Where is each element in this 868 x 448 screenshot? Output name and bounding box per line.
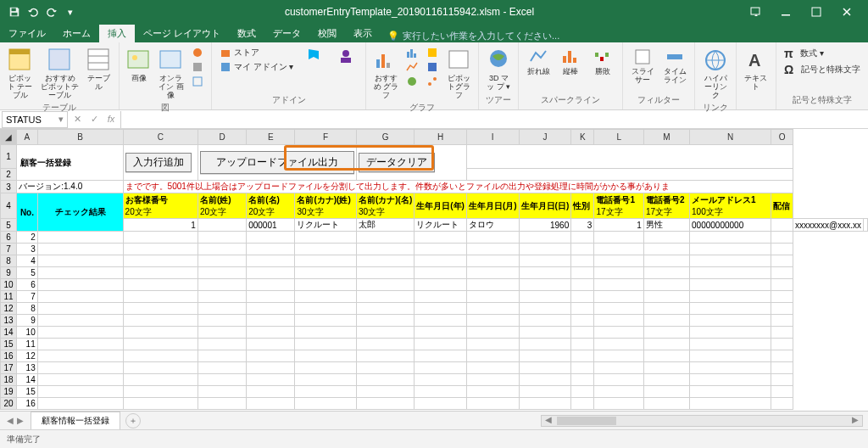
cell[interactable]: 000001: [247, 219, 295, 232]
cell[interactable]: [247, 315, 295, 327]
cell[interactable]: [466, 386, 519, 398]
cell[interactable]: [356, 315, 414, 327]
cell[interactable]: [466, 339, 519, 350]
cell[interactable]: [123, 374, 198, 386]
cell[interactable]: [356, 291, 414, 303]
cell[interactable]: [37, 374, 123, 386]
cell[interactable]: [594, 255, 644, 267]
cell[interactable]: [123, 279, 198, 291]
online-picture-button[interactable]: オンライン 画像: [157, 46, 186, 102]
cell[interactable]: [594, 291, 644, 303]
row-header[interactable]: 7: [1, 244, 17, 255]
header-cell[interactable]: 生年月日(月): [466, 193, 519, 219]
row-header[interactable]: 1: [1, 145, 17, 169]
cell[interactable]: 1: [594, 219, 644, 232]
chart-type-3[interactable]: [403, 75, 420, 88]
cell[interactable]: [771, 327, 793, 339]
undo-icon[interactable]: [25, 4, 41, 20]
cell[interactable]: [466, 267, 519, 279]
cell[interactable]: [356, 398, 414, 410]
col-A[interactable]: A: [17, 130, 38, 145]
cell[interactable]: [594, 398, 644, 410]
cell[interactable]: [571, 386, 594, 398]
cell[interactable]: [519, 244, 571, 255]
cell[interactable]: [771, 398, 793, 410]
cell[interactable]: [247, 303, 295, 315]
close-icon[interactable]: [832, 3, 861, 21]
cell[interactable]: 11: [17, 339, 38, 350]
cell[interactable]: [643, 244, 689, 255]
cell[interactable]: [356, 327, 414, 339]
col-L[interactable]: L: [594, 130, 644, 145]
maximize-icon[interactable]: [802, 3, 831, 21]
row-header[interactable]: 15: [1, 339, 17, 350]
sheet-nav-prev-icon[interactable]: ◀: [7, 416, 14, 425]
cell[interactable]: [198, 244, 246, 255]
header-cell[interactable]: 名前(カナ)(名)30文字: [356, 193, 414, 219]
cell[interactable]: [466, 350, 519, 362]
cell[interactable]: データクリア: [356, 145, 466, 181]
cell[interactable]: [571, 315, 594, 327]
row-header[interactable]: 19: [1, 386, 17, 398]
cell[interactable]: [571, 291, 594, 303]
cell[interactable]: までです。5001件以上場合はアップロードファイルを分割して出力します。件数が多…: [123, 181, 793, 193]
chart-type-5[interactable]: [424, 60, 441, 74]
minimize-icon[interactable]: [771, 3, 800, 21]
cell[interactable]: [415, 232, 467, 244]
chart-type-2[interactable]: [403, 60, 420, 74]
bing-maps-button[interactable]: [299, 46, 328, 66]
cell[interactable]: [356, 279, 414, 291]
col-B[interactable]: B: [37, 130, 123, 145]
cell[interactable]: [247, 350, 295, 362]
row-header[interactable]: 14: [1, 327, 17, 339]
cell[interactable]: [571, 327, 594, 339]
cell[interactable]: [247, 267, 295, 279]
tell-me[interactable]: 💡 実行したい作業を入力してください...: [387, 30, 559, 42]
header-cell[interactable]: No.: [17, 193, 38, 232]
cell[interactable]: [771, 362, 793, 374]
cell[interactable]: [594, 279, 644, 291]
cell[interactable]: リクルート: [295, 219, 356, 232]
cell[interactable]: [123, 327, 198, 339]
cell[interactable]: [466, 303, 519, 315]
cell[interactable]: [690, 303, 771, 315]
cell[interactable]: [37, 267, 123, 279]
cell[interactable]: [247, 339, 295, 350]
tab-file[interactable]: ファイル: [0, 25, 54, 42]
header-cell[interactable]: 名前(カナ)(姓)30文字: [295, 193, 356, 219]
header-cell[interactable]: チェック結果: [37, 193, 123, 232]
cell[interactable]: [198, 267, 246, 279]
cell[interactable]: [643, 386, 689, 398]
col-E[interactable]: E: [247, 130, 295, 145]
cell[interactable]: [690, 255, 771, 267]
row-header[interactable]: 12: [1, 303, 17, 315]
fx-icon[interactable]: fx: [103, 114, 119, 125]
header-cell[interactable]: 生年月日(年): [415, 193, 467, 219]
cell[interactable]: [519, 315, 571, 327]
col-G[interactable]: G: [356, 130, 414, 145]
cell[interactable]: [356, 374, 414, 386]
col-O[interactable]: O: [771, 130, 793, 145]
cell[interactable]: 00000000000: [690, 219, 771, 232]
cell[interactable]: [37, 398, 123, 410]
cell[interactable]: [198, 255, 246, 267]
cell[interactable]: [295, 350, 356, 362]
cell[interactable]: [519, 255, 571, 267]
col-K[interactable]: K: [571, 130, 594, 145]
cell[interactable]: [123, 267, 198, 279]
cell[interactable]: [519, 350, 571, 362]
col-I[interactable]: I: [466, 130, 519, 145]
cell[interactable]: [37, 291, 123, 303]
cell[interactable]: [295, 279, 356, 291]
cell[interactable]: [594, 244, 644, 255]
name-box[interactable]: STATUS▾: [2, 111, 68, 128]
cell[interactable]: [295, 315, 356, 327]
cell[interactable]: [466, 315, 519, 327]
cell[interactable]: [519, 267, 571, 279]
timeline-button[interactable]: タイム ライン: [660, 46, 689, 87]
chart-type-6[interactable]: [424, 75, 441, 88]
cell[interactable]: [415, 350, 467, 362]
cell[interactable]: [690, 339, 771, 350]
cell[interactable]: [594, 362, 644, 374]
my-addins-button[interactable]: マイ アドイン ▾: [217, 60, 297, 74]
